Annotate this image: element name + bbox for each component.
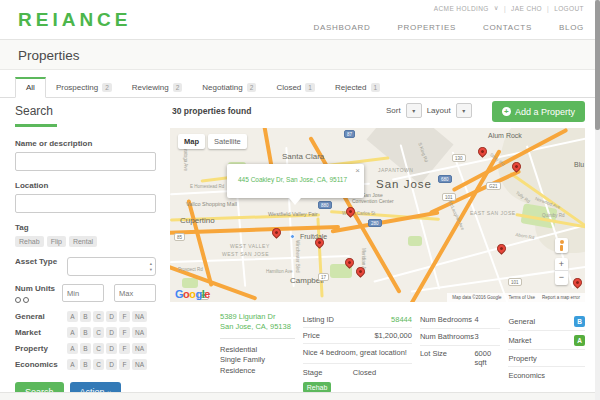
- footer-strip: [0, 392, 600, 400]
- grade-row-market: Market A B C D F NA: [15, 327, 156, 338]
- nav-properties[interactable]: PROPERTIES: [398, 23, 456, 32]
- grade-c-button[interactable]: C: [93, 359, 104, 370]
- name-label: Name or description: [15, 139, 156, 148]
- map-label-city: Alum Rock: [488, 132, 522, 139]
- circle-icon[interactable]: [15, 297, 21, 303]
- satellite-type-button[interactable]: Satellite: [208, 134, 247, 149]
- sort-select[interactable]: ▾: [406, 103, 422, 118]
- map-data-credit: Map data ©2016 Google: [452, 295, 501, 300]
- lot-size-value: 6000 sqft: [474, 349, 500, 369]
- route-shield: 17: [318, 273, 329, 281]
- tab-negotiating[interactable]: Negotiating2: [192, 79, 266, 97]
- infowindow-address-link[interactable]: 445 Coakley Dr, San Jose, CA, 95117: [235, 176, 350, 183]
- grade-c-button[interactable]: C: [93, 327, 104, 338]
- stage-label: Stage: [303, 368, 353, 377]
- logout-link[interactable]: LOGOUT: [554, 5, 584, 12]
- property-address-link[interactable]: 5389 Ligurian Dr San Jose, CA, 95138: [220, 312, 295, 332]
- account-user[interactable]: JAE CHO: [511, 5, 542, 12]
- max-units-input[interactable]: [114, 284, 156, 302]
- grade-f-button[interactable]: F: [119, 327, 130, 338]
- top-header: REIANCE ACME HOLDING ∨ | JAE CHO | LOGOU…: [0, 0, 600, 40]
- tab-closed[interactable]: Closed1: [266, 79, 325, 97]
- logo-letter: G: [175, 288, 183, 300]
- grade-a-button[interactable]: A: [67, 359, 78, 370]
- location-input[interactable]: [15, 194, 156, 213]
- grade-d-button[interactable]: D: [106, 311, 117, 322]
- tab-rejected[interactable]: Rejected1: [325, 79, 390, 97]
- tag-label: Tag: [15, 223, 156, 232]
- tab-all[interactable]: All: [15, 77, 46, 98]
- brand-logo[interactable]: REIANCE: [18, 9, 132, 31]
- tag-rehab[interactable]: Rehab: [15, 236, 44, 247]
- map-infowindow: 445 Coakley Dr, San Jose, CA, 95117 ×: [227, 164, 364, 198]
- layout-label: Layout: [427, 106, 451, 115]
- map-marker[interactable]: [476, 145, 489, 158]
- min-units-input[interactable]: [62, 284, 104, 302]
- bathrooms-label: Num Bathrooms: [420, 332, 474, 342]
- listing-id-link[interactable]: 58444: [391, 315, 412, 324]
- map-canvas[interactable]: Santa Clara San Jose Cupertino Campbell …: [170, 128, 585, 302]
- tag-flip[interactable]: Flip: [47, 236, 66, 247]
- route-shield: G21: [486, 182, 501, 190]
- grade-na-button[interactable]: NA: [132, 343, 147, 354]
- nav-dashboard[interactable]: DASHBOARD: [314, 23, 371, 32]
- zoom-in-button[interactable]: +: [555, 258, 568, 271]
- map-label-city: San Jose: [376, 178, 432, 190]
- route-shield: 85: [174, 233, 185, 241]
- asset-type-select[interactable]: ▴ ▾: [67, 257, 156, 276]
- ratings-column: General B Market A Property Economics: [508, 312, 585, 393]
- close-icon[interactable]: ×: [355, 166, 360, 175]
- circle-icon[interactable]: [23, 297, 29, 303]
- grade-d-button[interactable]: D: [106, 343, 117, 354]
- grade-b-button[interactable]: B: [80, 359, 91, 370]
- map-label-street: Quimby Rd: [542, 213, 565, 218]
- grade-d-button[interactable]: D: [106, 359, 117, 370]
- map-type-controls: Map Satellite: [178, 134, 247, 149]
- grade-a-button[interactable]: A: [67, 311, 78, 322]
- scrollbar-thumb[interactable]: [595, 0, 600, 130]
- grade-b-button[interactable]: B: [80, 343, 91, 354]
- grade-c-button[interactable]: C: [93, 343, 104, 354]
- grade-na-button[interactable]: NA: [132, 311, 147, 322]
- chevron-down-icon[interactable]: ∨: [494, 4, 499, 12]
- nav-contacts[interactable]: CONTACTS: [483, 23, 532, 32]
- grade-na-button[interactable]: NA: [132, 327, 147, 338]
- terms-link[interactable]: Terms of Use: [508, 295, 535, 300]
- report-error-link[interactable]: Report a map error: [542, 295, 580, 300]
- map-type-button[interactable]: Map: [178, 134, 205, 149]
- grade-na-button[interactable]: NA: [132, 359, 147, 370]
- main-nav: DASHBOARD PROPERTIES CONTACTS BLOG: [314, 23, 584, 32]
- rating-label: Market: [508, 336, 531, 345]
- tab-prospecting[interactable]: Prospecting2: [46, 79, 122, 97]
- price-label: Price: [303, 331, 320, 340]
- grade-row-label: Property: [15, 344, 67, 353]
- property-detail-row: 5389 Ligurian Dr San Jose, CA, 95138 Res…: [170, 302, 585, 393]
- add-property-button[interactable]: + Add a Property: [492, 101, 585, 122]
- grade-a-button[interactable]: A: [67, 327, 78, 338]
- tab-reviewing[interactable]: Reviewing2: [122, 79, 193, 97]
- grade-f-button[interactable]: F: [119, 343, 130, 354]
- zoom-out-button[interactable]: −: [555, 271, 568, 284]
- sort-layout-controls: Sort ▾ Layout ▾: [386, 103, 472, 118]
- grade-a-button[interactable]: A: [67, 343, 78, 354]
- route-shield: 280: [368, 219, 382, 227]
- map-zoom-control: + −: [555, 258, 568, 285]
- pegman-control[interactable]: [555, 238, 568, 253]
- account-company[interactable]: ACME HOLDING: [434, 5, 489, 12]
- grade-f-button[interactable]: F: [119, 311, 130, 322]
- name-input[interactable]: [15, 152, 156, 171]
- google-logo[interactable]: Google: [175, 288, 210, 300]
- tab-count-badge: 1: [305, 83, 315, 92]
- nav-blog[interactable]: BLOG: [559, 23, 584, 32]
- grade-b-button[interactable]: B: [80, 311, 91, 322]
- listing-column: Listing ID 58444 Price $1,200,000 Nice 4…: [303, 312, 412, 393]
- grade-f-button[interactable]: F: [119, 359, 130, 370]
- grade-c-button[interactable]: C: [93, 311, 104, 322]
- map-label-poi: Convention Center: [352, 198, 394, 204]
- grade-d-button[interactable]: D: [106, 327, 117, 338]
- tag-rental[interactable]: Rental: [69, 236, 97, 247]
- grade-b-button[interactable]: B: [80, 327, 91, 338]
- stage-row: Stage Closed: [303, 364, 412, 380]
- map-marker[interactable]: [495, 242, 508, 255]
- layout-select[interactable]: ▾: [456, 103, 472, 118]
